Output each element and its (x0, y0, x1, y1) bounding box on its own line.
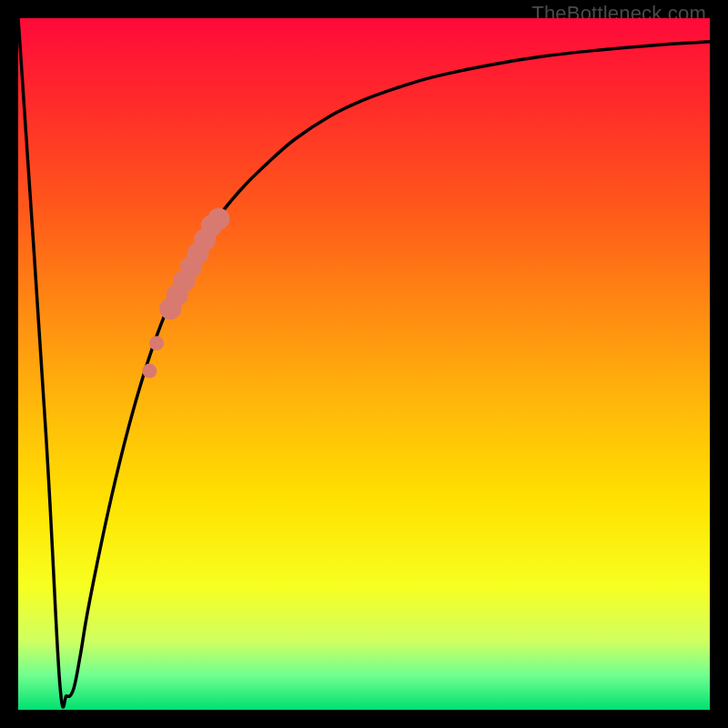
highlight-marker (142, 364, 157, 379)
highlight-marker (207, 207, 229, 229)
highlight-marker (149, 336, 164, 350)
highlight-markers (142, 207, 229, 378)
chart-frame: TheBottleneck.com (0, 0, 728, 728)
curve-layer (18, 18, 710, 710)
plot-area (18, 18, 710, 710)
bottleneck-curve (18, 18, 710, 707)
